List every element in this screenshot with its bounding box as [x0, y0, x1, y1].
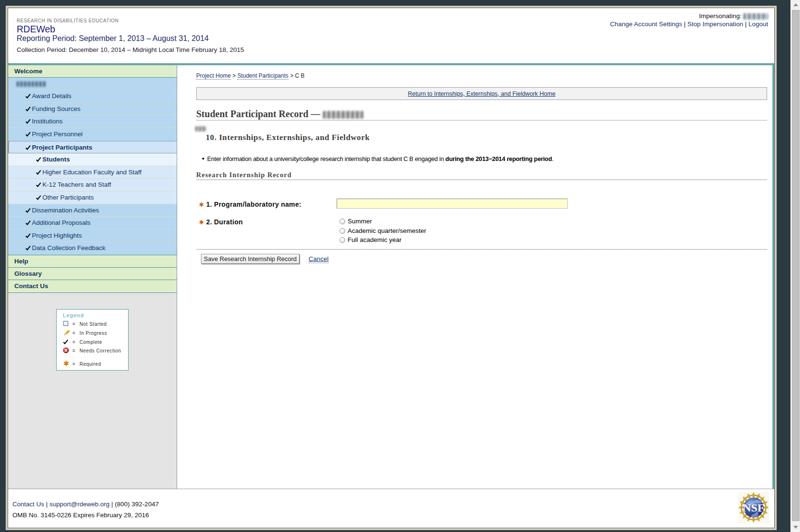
svg-text:NSF: NSF [743, 502, 764, 514]
